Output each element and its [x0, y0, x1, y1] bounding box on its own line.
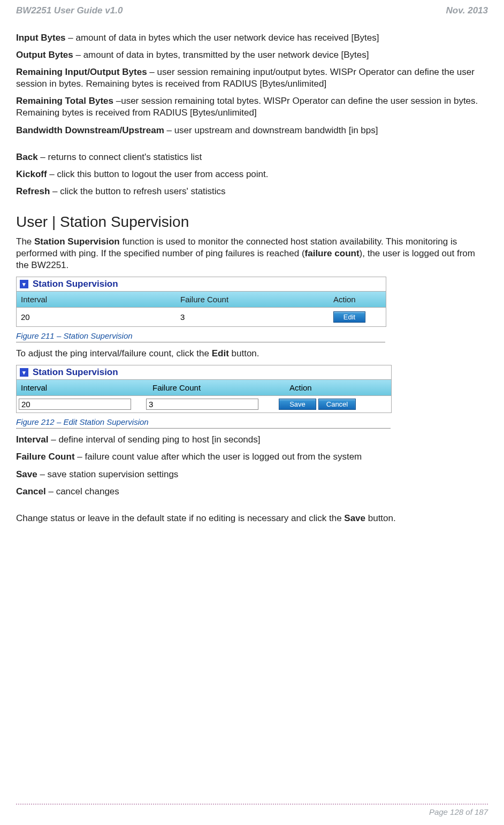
figure-caption-211: Figure 211 – Station Supervision: [16, 331, 385, 342]
col-failure-count: Failure Count: [176, 292, 329, 307]
col-action: Action: [329, 292, 386, 307]
def-failure-count: Failure Count – failure count value afte…: [16, 451, 488, 463]
cancel-button[interactable]: Cancel: [318, 399, 356, 410]
header-right: Nov. 2013: [446, 5, 488, 16]
cell-action: Save Cancel: [277, 396, 391, 412]
table-header-row: Interval Failure Count Action: [17, 380, 391, 396]
section-title: User | Station Supervision: [16, 213, 488, 231]
change-text: Change status or leave in the default st…: [16, 513, 488, 524]
save-button[interactable]: Save: [279, 399, 316, 410]
cell-failure-count: 3: [176, 308, 329, 326]
def-interval: Interval – define interval of sending pi…: [16, 434, 488, 446]
def-input-bytes: Input Bytes – amount of data in bytes wh…: [16, 32, 488, 44]
adjust-text: To adjust the ping interval/failure coun…: [16, 348, 488, 360]
def-kickoff: Kickoff – click this button to logout th…: [16, 169, 488, 180]
header-left: BW2251 User Guide v1.0: [16, 5, 123, 16]
collapse-icon[interactable]: ▾: [20, 368, 28, 377]
section-intro: The Station Supervision function is used…: [16, 236, 488, 271]
cell-interval: [17, 396, 144, 412]
failure-count-input[interactable]: [146, 399, 258, 410]
def-remaining-total: Remaining Total Bytes –user session rema…: [16, 95, 488, 119]
figure-caption-212: Figure 212 – Edit Station Supervision: [16, 417, 391, 429]
cell-failure-count: [144, 396, 277, 412]
edit-button[interactable]: Edit: [333, 311, 365, 323]
station-supervision-table-edit: ▾ Station Supervision Interval Failure C…: [16, 365, 392, 413]
def-bandwidth: Bandwidth Downstream/Upstream – user ups…: [16, 125, 488, 136]
page-footer: Page 128 of 187: [16, 804, 488, 816]
cell-interval: 20: [17, 308, 176, 326]
interval-input[interactable]: [19, 399, 131, 410]
page-number: Page 128 of 187: [16, 807, 488, 816]
def-output-bytes: Output Bytes – amount of data in bytes, …: [16, 49, 488, 61]
col-interval: Interval: [17, 292, 176, 307]
footer-divider: [16, 804, 488, 805]
cell-action: Edit: [329, 309, 386, 325]
table-header-row: Interval Failure Count Action: [17, 292, 386, 308]
col-interval: Interval: [17, 380, 148, 395]
page-header: BW2251 User Guide v1.0 Nov. 2013: [16, 5, 488, 16]
station-supervision-table-view: ▾ Station Supervision Interval Failure C…: [16, 277, 386, 327]
table-row: 20 3 Edit: [17, 308, 386, 326]
col-action: Action: [285, 380, 391, 395]
table-title-bar: ▾ Station Supervision: [17, 365, 391, 380]
table-title: Station Supervision: [33, 279, 118, 289]
col-failure-count: Failure Count: [148, 380, 285, 395]
def-save: Save – save station supervision settings: [16, 469, 488, 480]
table-title-bar: ▾ Station Supervision: [17, 277, 386, 292]
def-remaining-io: Remaining Input/Output Bytes – user sess…: [16, 66, 488, 90]
def-refresh: Refresh – click the button to refresh us…: [16, 186, 488, 197]
table-title: Station Supervision: [33, 367, 118, 378]
table-row: Save Cancel: [17, 396, 391, 412]
def-cancel: Cancel – cancel changes: [16, 486, 488, 498]
collapse-icon[interactable]: ▾: [20, 280, 28, 288]
def-back: Back – returns to connect client's stati…: [16, 151, 488, 163]
